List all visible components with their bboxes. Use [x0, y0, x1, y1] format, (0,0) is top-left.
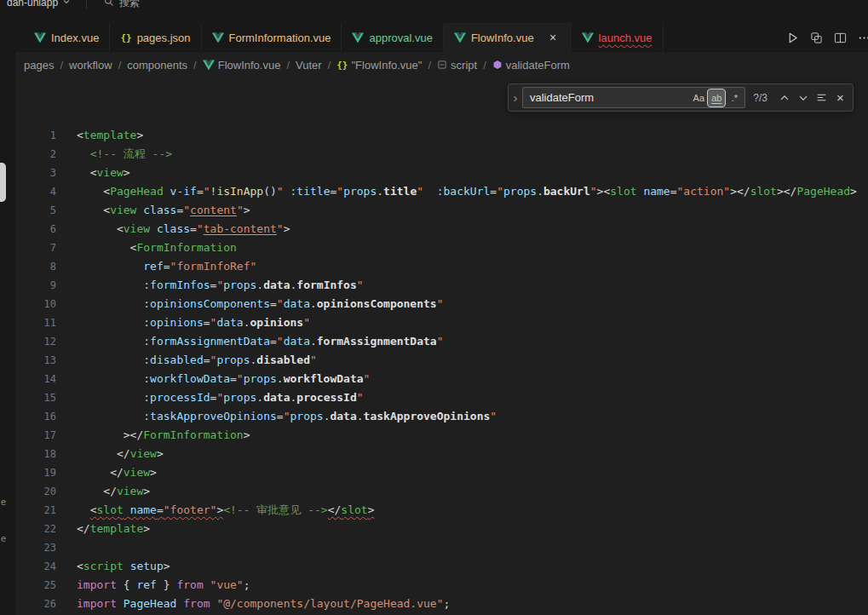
code-line-13[interactable]: 13 :disabled="props.disabled"	[15, 351, 868, 370]
code-text: <view>	[77, 164, 130, 182]
line-number[interactable]: 25	[15, 576, 56, 595]
line-number[interactable]: 23	[15, 538, 56, 557]
code-line-8[interactable]: 8 ref="formInfoRef"	[15, 257, 868, 276]
breadcrumb-item-validateForm[interactable]: validateForm	[492, 59, 570, 72]
code-line-25[interactable]: 25import { ref } from "vue";	[15, 576, 868, 595]
line-number[interactable]: 12	[15, 332, 56, 351]
line-number[interactable]: 22	[15, 520, 56, 538]
code-line-11[interactable]: 11 :opinions="data.opinions"	[15, 313, 868, 332]
line-number[interactable]: 11	[15, 313, 56, 332]
code-token	[284, 185, 290, 198]
code-token: >	[244, 204, 250, 216]
code-line-22[interactable]: 22</template>	[15, 520, 868, 538]
match-case-toggle[interactable]: Aa	[690, 89, 707, 106]
code-line-23[interactable]: 23	[15, 538, 868, 557]
more-actions-button[interactable]	[853, 26, 868, 49]
previous-match-button[interactable]	[775, 89, 793, 106]
code-token: PageHead	[110, 185, 164, 198]
tab-FormInformation.vue[interactable]: FormInformation.vue	[202, 23, 342, 52]
code-line-2[interactable]: 2 <!-- 流程 -->	[15, 145, 868, 164]
line-number[interactable]: 24	[15, 557, 56, 576]
activity-strip-handle[interactable]	[0, 163, 6, 202]
code-line-26[interactable]: 26import PageHead from "@/components/lay…	[15, 595, 868, 613]
code-line-15[interactable]: 15 :processId="props.data.processId"	[15, 388, 868, 407]
code-line-6[interactable]: 6 <view class="tab-content">	[15, 220, 868, 239]
code-token: "@/components/layout/PageHead.vue"	[216, 597, 443, 610]
run-file-button[interactable]	[781, 26, 803, 49]
next-match-button[interactable]	[794, 89, 812, 106]
code-line-12[interactable]: 12 :formAssignmentData="data.formAssignm…	[15, 332, 868, 351]
line-number[interactable]: 17	[15, 426, 56, 445]
code-line-7[interactable]: 7 <FormInformation	[15, 239, 868, 257]
line-number[interactable]: 3	[15, 164, 56, 182]
find-in-selection-button[interactable]	[813, 89, 831, 106]
code-line-10[interactable]: 10 :opinionsComponents="data.opinionsCom…	[15, 295, 868, 313]
line-number[interactable]: 1	[15, 126, 56, 145]
tab-pages.json[interactable]: {}pages.json	[110, 23, 201, 52]
line-number[interactable]: 7	[15, 239, 56, 257]
code-line-16[interactable]: 16 :taskApproveOpinions="props.data.task…	[15, 407, 868, 426]
code-token: formAssignmentData	[317, 335, 437, 348]
line-number[interactable]: 4	[15, 182, 56, 201]
breadcrumb-item-FlowInfo.vue[interactable]: FlowInfo.vue	[203, 59, 281, 72]
split-editor-button[interactable]	[829, 26, 851, 49]
breadcrumb-item-FlowInfo.vue[interactable]: {}"FlowInfo.vue"	[336, 59, 422, 72]
line-number[interactable]: 16	[15, 407, 56, 426]
find-input[interactable]: validateForm Aaab.*	[522, 87, 745, 108]
line-number[interactable]: 6	[15, 220, 56, 239]
code-line-9[interactable]: 9 :formInfos="props.data.formInfos"	[15, 276, 868, 295]
code-line-4[interactable]: 4 <PageHead v-if="!isInApp()" :title="pr…	[15, 182, 868, 201]
code-token: ><	[597, 185, 611, 198]
line-number[interactable]: 19	[15, 463, 56, 482]
code-token: "	[277, 335, 284, 348]
breadcrumb-item-Vuter[interactable]: Vuter	[296, 59, 322, 72]
toggle-replace-button[interactable]: ›	[509, 84, 522, 111]
code-line-20[interactable]: 20 </view>	[15, 482, 868, 501]
line-number[interactable]: 21	[15, 501, 56, 520]
code-lines[interactable]: 1<template>2 <!-- 流程 -->3 <view>4 <PageH…	[15, 78, 868, 615]
line-number[interactable]: 2	[15, 145, 56, 164]
code-line-18[interactable]: 18 </view>	[15, 445, 868, 463]
close-find-button[interactable]: ×	[831, 89, 849, 106]
line-number[interactable]: 8	[15, 257, 56, 276]
code-line-17[interactable]: 17 ></FormInformation>	[15, 426, 868, 445]
line-number[interactable]: 15	[15, 388, 56, 407]
line-number[interactable]: 9	[15, 276, 56, 295]
line-number[interactable]: 18	[15, 445, 56, 463]
code-token: data	[216, 316, 243, 329]
breadcrumb-item-script[interactable]: script	[437, 59, 477, 72]
code-token: name	[130, 503, 157, 516]
code-token: view	[124, 222, 150, 235]
breadcrumb-item-workflow[interactable]: workflow	[69, 59, 112, 72]
line-number[interactable]: 5	[15, 201, 56, 220]
code-line-24[interactable]: 24<script setup>	[15, 557, 868, 576]
code-token: ;	[444, 597, 451, 610]
line-number[interactable]: 20	[15, 482, 56, 501]
line-number[interactable]: 14	[15, 370, 56, 388]
close-tab-icon[interactable]: ×	[546, 31, 560, 45]
line-number[interactable]: 26	[15, 595, 56, 613]
breadcrumb-label: components	[127, 59, 187, 72]
code-line-3[interactable]: 3 <view>	[15, 164, 868, 182]
code-line-5[interactable]: 5 <view class="content">	[15, 201, 868, 220]
code-token: <!-- 审批意见 -->	[223, 503, 327, 516]
code-line-19[interactable]: 19 </view>	[15, 463, 868, 482]
code-line-1[interactable]: 1<template>	[15, 126, 868, 145]
workspace-menu[interactable]: dan-uniapp	[0, 0, 78, 9]
breadcrumb: pages/workflow/components/FlowInfo.vue/V…	[15, 52, 868, 78]
breadcrumb-item-components[interactable]: components	[127, 59, 187, 72]
tab-launch.vue[interactable]: launch.vue	[572, 23, 664, 52]
line-number[interactable]: 10	[15, 295, 56, 313]
whole-word-toggle[interactable]: ab	[708, 89, 725, 106]
code-line-21[interactable]: 21 <slot name="footer"><!-- 审批意见 --></sl…	[15, 501, 868, 520]
tab-approval.vue[interactable]: approval.vue	[342, 23, 443, 52]
code-line-14[interactable]: 14 :workflowData="props.workflowData"	[15, 370, 868, 388]
code-token: "	[437, 335, 444, 348]
breadcrumb-item-pages[interactable]: pages	[24, 59, 54, 72]
open-changes-button[interactable]	[805, 26, 827, 49]
tab-FlowInfo.vue[interactable]: FlowInfo.vue×	[444, 23, 572, 52]
line-number[interactable]: 13	[15, 351, 56, 370]
tab-Index.vue[interactable]: Index.vue	[24, 23, 110, 52]
regex-toggle[interactable]: .*	[726, 89, 743, 106]
command-center-search[interactable]: 搜索	[95, 0, 148, 12]
